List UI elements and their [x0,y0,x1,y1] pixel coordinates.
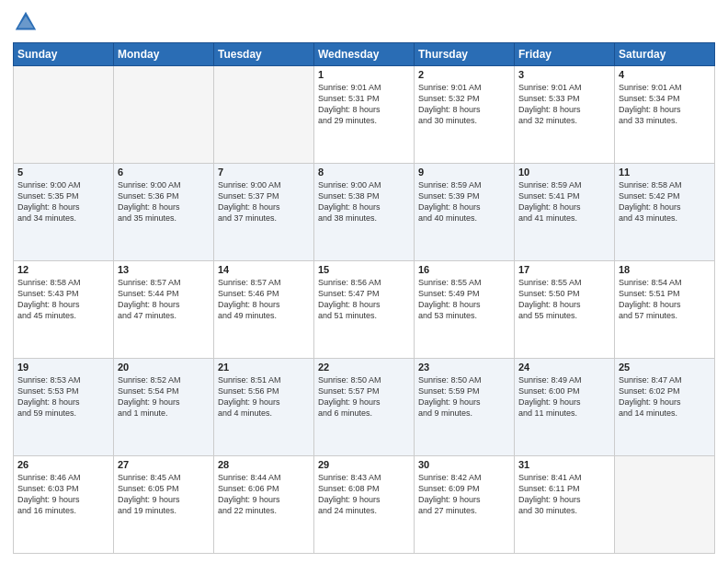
day-number: 23 [418,362,510,373]
day-cell: 2Sunrise: 9:01 AM Sunset: 5:32 PM Daylig… [415,66,515,164]
day-info: Sunrise: 8:50 AM Sunset: 5:57 PM Dayligh… [318,374,410,419]
day-number: 30 [418,459,510,470]
day-number: 18 [619,264,711,275]
logo [13,9,42,35]
weekday-header-monday: Monday [114,43,214,66]
day-cell: 21Sunrise: 8:51 AM Sunset: 5:56 PM Dayli… [214,359,314,456]
day-cell: 30Sunrise: 8:42 AM Sunset: 6:09 PM Dayli… [415,456,515,554]
day-info: Sunrise: 8:47 AM Sunset: 6:02 PM Dayligh… [619,374,711,419]
day-number: 6 [118,167,210,178]
day-cell: 19Sunrise: 8:53 AM Sunset: 5:53 PM Dayli… [14,359,114,456]
day-cell: 31Sunrise: 8:41 AM Sunset: 6:11 PM Dayli… [515,456,615,554]
day-number: 8 [318,167,410,178]
day-cell: 1Sunrise: 9:01 AM Sunset: 5:31 PM Daylig… [314,66,415,164]
day-info: Sunrise: 8:56 AM Sunset: 5:47 PM Dayligh… [318,277,410,322]
day-number: 29 [318,459,410,470]
day-info: Sunrise: 8:52 AM Sunset: 5:54 PM Dayligh… [118,374,210,419]
day-number: 31 [518,459,610,470]
day-number: 13 [118,264,210,275]
day-info: Sunrise: 8:57 AM Sunset: 5:44 PM Dayligh… [118,277,210,322]
day-number: 14 [218,264,310,275]
day-info: Sunrise: 8:51 AM Sunset: 5:56 PM Dayligh… [218,374,310,419]
day-info: Sunrise: 8:57 AM Sunset: 5:46 PM Dayligh… [218,277,310,322]
weekday-header-saturday: Saturday [615,43,715,66]
day-number: 11 [619,167,711,178]
calendar-page: SundayMondayTuesdayWednesdayThursdayFrid… [0,0,728,563]
day-cell: 6Sunrise: 9:00 AM Sunset: 5:36 PM Daylig… [114,164,214,261]
day-number: 21 [218,362,310,373]
day-info: Sunrise: 9:00 AM Sunset: 5:36 PM Dayligh… [118,179,210,224]
weekday-header-wednesday: Wednesday [314,43,415,66]
day-number: 16 [418,264,510,275]
day-cell [114,66,214,164]
day-number: 2 [418,69,510,80]
day-number: 9 [418,167,510,178]
day-cell: 4Sunrise: 9:01 AM Sunset: 5:34 PM Daylig… [615,66,715,164]
day-cell: 29Sunrise: 8:43 AM Sunset: 6:08 PM Dayli… [314,456,415,554]
day-cell: 9Sunrise: 8:59 AM Sunset: 5:39 PM Daylig… [415,164,515,261]
day-number: 26 [17,459,109,470]
header [13,9,715,35]
day-info: Sunrise: 8:42 AM Sunset: 6:09 PM Dayligh… [418,472,510,517]
day-cell: 23Sunrise: 8:50 AM Sunset: 5:59 PM Dayli… [415,359,515,456]
day-number: 19 [17,362,109,373]
day-cell: 10Sunrise: 8:59 AM Sunset: 5:41 PM Dayli… [515,164,615,261]
weekday-header-friday: Friday [515,43,615,66]
day-number: 4 [619,69,711,80]
week-row-2: 5Sunrise: 9:00 AM Sunset: 5:35 PM Daylig… [14,164,715,261]
day-info: Sunrise: 8:59 AM Sunset: 5:41 PM Dayligh… [518,179,610,224]
day-cell [214,66,314,164]
day-info: Sunrise: 9:00 AM Sunset: 5:38 PM Dayligh… [318,179,410,224]
day-cell: 24Sunrise: 8:49 AM Sunset: 6:00 PM Dayli… [515,359,615,456]
day-info: Sunrise: 9:00 AM Sunset: 5:35 PM Dayligh… [17,179,109,224]
week-row-5: 26Sunrise: 8:46 AM Sunset: 6:03 PM Dayli… [14,456,715,554]
week-row-4: 19Sunrise: 8:53 AM Sunset: 5:53 PM Dayli… [14,359,715,456]
day-info: Sunrise: 8:41 AM Sunset: 6:11 PM Dayligh… [518,472,610,517]
day-cell: 16Sunrise: 8:55 AM Sunset: 5:49 PM Dayli… [415,261,515,359]
day-info: Sunrise: 8:50 AM Sunset: 5:59 PM Dayligh… [418,374,510,419]
day-info: Sunrise: 8:49 AM Sunset: 6:00 PM Dayligh… [518,374,610,419]
day-cell: 11Sunrise: 8:58 AM Sunset: 5:42 PM Dayli… [615,164,715,261]
day-cell [14,66,114,164]
day-info: Sunrise: 9:01 AM Sunset: 5:33 PM Dayligh… [518,82,610,127]
day-cell: 18Sunrise: 8:54 AM Sunset: 5:51 PM Dayli… [615,261,715,359]
day-number: 5 [17,167,109,178]
day-info: Sunrise: 8:46 AM Sunset: 6:03 PM Dayligh… [17,472,109,517]
day-number: 15 [318,264,410,275]
day-cell: 20Sunrise: 8:52 AM Sunset: 5:54 PM Dayli… [114,359,214,456]
day-info: Sunrise: 8:54 AM Sunset: 5:51 PM Dayligh… [619,277,711,322]
day-cell [615,456,715,554]
week-row-3: 12Sunrise: 8:58 AM Sunset: 5:43 PM Dayli… [14,261,715,359]
day-info: Sunrise: 8:44 AM Sunset: 6:06 PM Dayligh… [218,472,310,517]
day-cell: 7Sunrise: 9:00 AM Sunset: 5:37 PM Daylig… [214,164,314,261]
day-info: Sunrise: 9:01 AM Sunset: 5:31 PM Dayligh… [318,82,410,127]
day-number: 24 [518,362,610,373]
day-cell: 25Sunrise: 8:47 AM Sunset: 6:02 PM Dayli… [615,359,715,456]
day-cell: 26Sunrise: 8:46 AM Sunset: 6:03 PM Dayli… [14,456,114,554]
day-cell: 27Sunrise: 8:45 AM Sunset: 6:05 PM Dayli… [114,456,214,554]
day-cell: 14Sunrise: 8:57 AM Sunset: 5:46 PM Dayli… [214,261,314,359]
logo-icon [13,9,39,35]
day-number: 17 [518,264,610,275]
day-number: 22 [318,362,410,373]
day-cell: 17Sunrise: 8:55 AM Sunset: 5:50 PM Dayli… [515,261,615,359]
day-number: 7 [218,167,310,178]
day-info: Sunrise: 8:59 AM Sunset: 5:39 PM Dayligh… [418,179,510,224]
day-number: 3 [518,69,610,80]
weekday-header-row: SundayMondayTuesdayWednesdayThursdayFrid… [14,43,715,66]
day-cell: 12Sunrise: 8:58 AM Sunset: 5:43 PM Dayli… [14,261,114,359]
calendar-table: SundayMondayTuesdayWednesdayThursdayFrid… [13,42,715,554]
day-cell: 22Sunrise: 8:50 AM Sunset: 5:57 PM Dayli… [314,359,415,456]
day-number: 27 [118,459,210,470]
day-info: Sunrise: 8:58 AM Sunset: 5:42 PM Dayligh… [619,179,711,224]
day-cell: 5Sunrise: 9:00 AM Sunset: 5:35 PM Daylig… [14,164,114,261]
day-cell: 13Sunrise: 8:57 AM Sunset: 5:44 PM Dayli… [114,261,214,359]
day-info: Sunrise: 8:55 AM Sunset: 5:50 PM Dayligh… [518,277,610,322]
day-number: 12 [17,264,109,275]
day-number: 28 [218,459,310,470]
day-info: Sunrise: 8:53 AM Sunset: 5:53 PM Dayligh… [17,374,109,419]
day-info: Sunrise: 8:43 AM Sunset: 6:08 PM Dayligh… [318,472,410,517]
day-info: Sunrise: 8:45 AM Sunset: 6:05 PM Dayligh… [118,472,210,517]
weekday-header-tuesday: Tuesday [214,43,314,66]
day-cell: 28Sunrise: 8:44 AM Sunset: 6:06 PM Dayli… [214,456,314,554]
